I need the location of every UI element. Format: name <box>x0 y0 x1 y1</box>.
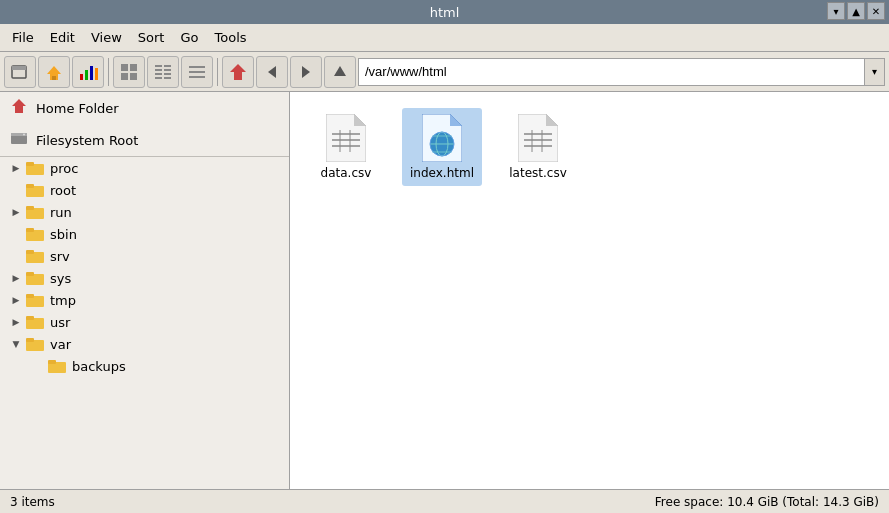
tree-item-root[interactable]: root <box>0 179 289 201</box>
close-btn[interactable]: ✕ <box>867 2 885 20</box>
menu-go[interactable]: Go <box>172 27 206 48</box>
titlebar: html ▾ ▲ ✕ <box>0 0 889 24</box>
tree-item-srv[interactable]: srv <box>0 245 289 267</box>
file-label-data-csv: data.csv <box>321 166 372 180</box>
place-home[interactable]: Home Folder <box>0 92 289 124</box>
file-data-csv[interactable]: data.csv <box>306 108 386 186</box>
folder-icon-backups <box>48 358 68 374</box>
back-btn[interactable] <box>256 56 288 88</box>
expander-tmp[interactable]: ▶ <box>8 292 24 308</box>
up-icon <box>330 62 350 82</box>
expander-run[interactable]: ▶ <box>8 204 24 220</box>
svg-rect-23 <box>189 76 205 78</box>
tree-item-run[interactable]: ▶ run <box>0 201 289 223</box>
folder-icon-proc <box>26 160 46 176</box>
svg-rect-8 <box>95 68 98 80</box>
forward-btn[interactable] <box>290 56 322 88</box>
forward-icon <box>296 62 316 82</box>
svg-marker-26 <box>302 66 310 78</box>
icon-view-btn[interactable] <box>113 56 145 88</box>
folder-icon-sys <box>26 270 46 286</box>
svg-rect-22 <box>189 71 205 73</box>
addressbar[interactable] <box>358 58 865 86</box>
menu-tools[interactable]: Tools <box>207 27 255 48</box>
menu-view[interactable]: View <box>83 27 130 48</box>
content-area: data.csv index.html <box>290 92 889 489</box>
svg-rect-16 <box>164 69 171 71</box>
bookmarks-icon <box>78 62 98 82</box>
tree-label-run: run <box>50 205 72 220</box>
menu-file[interactable]: File <box>4 27 42 48</box>
svg-rect-49 <box>26 338 34 342</box>
svg-rect-47 <box>26 316 34 320</box>
file-latest-csv[interactable]: latest.csv <box>498 108 578 186</box>
svg-rect-7 <box>90 66 93 80</box>
minimize-btn[interactable]: ▾ <box>827 2 845 20</box>
tree-item-var[interactable]: ▼ var <box>0 333 289 355</box>
svg-rect-11 <box>121 73 128 80</box>
svg-rect-37 <box>26 206 34 210</box>
svg-rect-51 <box>48 360 56 364</box>
home-btn[interactable] <box>222 56 254 88</box>
svg-rect-33 <box>26 162 34 166</box>
status-item-count: 3 items <box>10 495 55 509</box>
tree-item-sbin[interactable]: sbin <box>0 223 289 245</box>
expander-root <box>8 182 24 198</box>
file-icon-index-html <box>418 114 466 162</box>
expander-sys[interactable]: ▶ <box>8 270 24 286</box>
menu-sort[interactable]: Sort <box>130 27 173 48</box>
main-area: Home Folder Filesystem Root ▶ <box>0 92 889 489</box>
separator-1 <box>108 58 109 86</box>
tree-item-sys[interactable]: ▶ sys <box>0 267 289 289</box>
maximize-btn[interactable]: ▲ <box>847 2 865 20</box>
compact-view-btn[interactable] <box>147 56 179 88</box>
up-btn[interactable] <box>324 56 356 88</box>
tree-panel[interactable]: ▶ proc root ▶ run <box>0 157 289 489</box>
back-icon <box>262 62 282 82</box>
file-icon-latest-csv <box>514 114 562 162</box>
filesystem-place-icon <box>10 129 28 151</box>
folder-icon-root <box>26 182 46 198</box>
expander-sbin <box>8 226 24 242</box>
file-index-html[interactable]: index.html <box>402 108 482 186</box>
tree-item-proc[interactable]: ▶ proc <box>0 157 289 179</box>
expander-var[interactable]: ▼ <box>8 336 24 352</box>
svg-rect-39 <box>26 228 34 232</box>
tree-label-usr: usr <box>50 315 70 330</box>
svg-rect-18 <box>164 73 171 75</box>
tree-label-sbin: sbin <box>50 227 77 242</box>
svg-rect-35 <box>26 184 34 188</box>
place-home-label: Home Folder <box>36 101 119 116</box>
place-filesystem[interactable]: Filesystem Root <box>0 124 289 156</box>
folder-icon-sbin <box>26 226 46 242</box>
tree-item-tmp[interactable]: ▶ tmp <box>0 289 289 311</box>
folder-icon-srv <box>26 248 46 264</box>
svg-rect-45 <box>26 294 34 298</box>
expander-usr[interactable]: ▶ <box>8 314 24 330</box>
sidebar: Home Folder Filesystem Root ▶ <box>0 92 290 489</box>
svg-marker-27 <box>334 66 346 76</box>
file-icon-data-csv <box>322 114 370 162</box>
tree-item-usr[interactable]: ▶ usr <box>0 311 289 333</box>
svg-rect-4 <box>52 76 56 80</box>
folder-icon-run <box>26 204 46 220</box>
folder-icon-tmp <box>26 292 46 308</box>
expander-proc[interactable]: ▶ <box>8 160 24 176</box>
compact-view-icon <box>153 62 173 82</box>
svg-rect-1 <box>12 66 26 70</box>
status-free-space: Free space: 10.4 GiB (Total: 14.3 GiB) <box>655 495 879 509</box>
home-folder-icon <box>44 62 64 82</box>
expander-backups <box>30 358 46 374</box>
tree-label-root: root <box>50 183 76 198</box>
tree-label-sys: sys <box>50 271 71 286</box>
new-window-btn[interactable] <box>4 56 36 88</box>
menu-edit[interactable]: Edit <box>42 27 83 48</box>
svg-rect-6 <box>85 70 88 80</box>
tree-item-backups[interactable]: backups <box>0 355 289 377</box>
home-location-btn[interactable] <box>38 56 70 88</box>
tree-label-backups: backups <box>72 359 126 374</box>
addressbar-dropdown-btn[interactable]: ▾ <box>865 58 885 86</box>
list-view-btn[interactable] <box>181 56 213 88</box>
titlebar-controls: ▾ ▲ ✕ <box>827 2 885 20</box>
bookmarks-btn[interactable] <box>72 56 104 88</box>
